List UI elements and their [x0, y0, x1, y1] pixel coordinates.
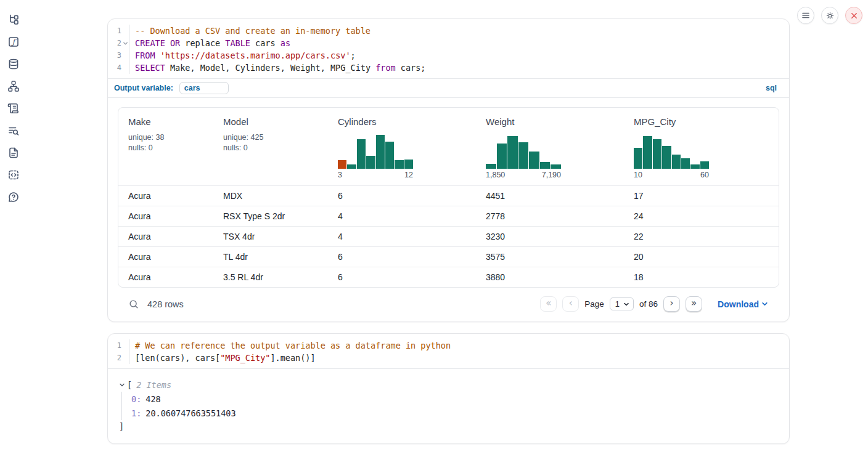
table-row[interactable]: AcuraMDX6445117 — [118, 185, 779, 206]
line-number: 4 — [108, 62, 130, 74]
table-cell: 6 — [328, 267, 476, 287]
pagination: « ‹ Page 1 of 86 › » Download — [540, 296, 768, 312]
file-explorer-icon[interactable] — [7, 14, 20, 26]
collapse-toggle-icon[interactable] — [119, 382, 127, 388]
column-title: Weight — [486, 116, 614, 127]
table-cell: Acura — [118, 186, 213, 206]
code-line: 2[len(cars), cars["MPG_City"].mean()] — [108, 352, 789, 364]
table-cell: 6 — [328, 247, 476, 267]
code-line: 1-- Download a CSV and create an in-memo… — [108, 25, 789, 37]
code-line: 1# We can reference the output variable … — [108, 339, 789, 352]
documentation-icon[interactable] — [7, 147, 20, 159]
weight-histogram: 1,850 7,190 — [486, 135, 561, 179]
table-cell: 4451 — [476, 186, 624, 206]
column-title: Make — [128, 116, 203, 127]
table-cell: Acura — [118, 267, 213, 287]
column-title: Cylinders — [338, 116, 466, 127]
histogram-bar — [529, 152, 539, 169]
output-variable-label: Output variable: — [114, 84, 173, 92]
hist-min-label: 10 — [634, 171, 642, 179]
histogram-bar — [643, 136, 652, 169]
chevron-down-icon — [761, 301, 768, 307]
table-cell: 3575 — [476, 247, 624, 267]
line-number: 2 — [108, 352, 130, 364]
column-stats: unique: 38 nulls: 0 — [128, 132, 203, 153]
table-cell: MDX — [213, 186, 328, 206]
open-bracket: [ — [127, 380, 132, 390]
datasources-icon[interactable] — [7, 58, 20, 70]
last-page-button[interactable]: » — [686, 296, 702, 312]
search-icon[interactable] — [128, 299, 139, 310]
tree-entry-value: 428 — [145, 394, 160, 404]
shutdown-button[interactable] — [845, 7, 862, 24]
histogram-bar — [681, 158, 690, 169]
page-label: Page — [584, 299, 604, 309]
column-header-cylinders[interactable]: Cylinders 3 12 — [328, 108, 476, 185]
settings-button[interactable] — [821, 7, 838, 24]
window-controls — [797, 7, 862, 24]
table-header: Make unique: 38 nulls: 0 Model unique: 4… — [118, 108, 779, 185]
variables-icon[interactable]: ƒ — [7, 36, 20, 48]
table-cell: TL 4dr — [213, 247, 328, 267]
table-cell: 3230 — [476, 227, 624, 246]
column-title: Model — [223, 116, 318, 127]
table-row[interactable]: AcuraRSX Type S 2dr4277824 — [118, 206, 779, 226]
histogram-bar — [540, 162, 551, 169]
page-select-value: 1 — [615, 299, 620, 309]
table-cell: 20 — [624, 247, 779, 267]
code-line: 2CREATE OR replace TABLE cars as — [108, 37, 789, 49]
code-line: 4SELECT Make, Model, Cylinders, Weight, … — [108, 62, 789, 74]
sql-cell: 1-- Download a CSV and create an in-memo… — [107, 18, 790, 322]
histogram-bar — [395, 160, 403, 169]
histogram-bar — [700, 161, 709, 169]
table-row[interactable]: AcuraTL 4dr6357520 — [118, 246, 779, 267]
first-page-button[interactable]: « — [540, 296, 557, 312]
column-header-model[interactable]: Model unique: 425 nulls: 0 — [213, 108, 328, 185]
logs-scroll-icon[interactable] — [7, 102, 20, 115]
table-cell: 6 — [328, 186, 476, 206]
nulls-stat: nulls: 0 — [128, 143, 203, 153]
table-cell: 3.5 RL 4dr — [213, 267, 328, 287]
line-number: 1 — [108, 25, 130, 37]
line-number: 3 — [108, 49, 130, 62]
tree-entry-key: 1: — [131, 408, 141, 418]
column-header-weight[interactable]: Weight 1,850 7,190 — [476, 108, 624, 185]
unique-stat: unique: 425 — [223, 132, 318, 143]
hist-max-label: 7,190 — [542, 171, 561, 179]
histogram-bar — [486, 164, 496, 169]
column-header-mpg-city[interactable]: MPG_City 10 60 — [624, 108, 779, 185]
histogram-bar — [385, 142, 394, 169]
page-select[interactable]: 1 — [610, 297, 634, 310]
python-editor[interactable]: 1# We can reference the output variable … — [108, 334, 789, 369]
line-number: 2 — [108, 37, 130, 49]
close-icon — [850, 12, 858, 20]
table-body: AcuraMDX6445117AcuraRSX Type S 2dr427782… — [118, 185, 779, 287]
fold-chevron-icon[interactable] — [121, 41, 129, 46]
column-title: MPG_City — [634, 116, 769, 127]
table-cell: RSX Type S 2dr — [213, 206, 328, 226]
prev-page-button[interactable]: ‹ — [562, 296, 579, 312]
output-variable-bar: Output variable: sql — [108, 78, 789, 98]
table-cell: 24 — [624, 206, 779, 226]
tree-entry: 0:428 — [131, 392, 779, 406]
tree-root: [ 2 Items — [119, 378, 779, 392]
table-row[interactable]: AcuraTSX 4dr4323022 — [118, 226, 779, 246]
output-variable-input[interactable] — [179, 82, 229, 94]
next-page-button[interactable]: › — [663, 296, 680, 312]
table-output: Make unique: 38 nulls: 0 Model unique: 4… — [108, 98, 789, 322]
close-bracket: ] — [119, 420, 779, 432]
histogram-bar — [662, 146, 671, 169]
help-icon[interactable] — [7, 191, 20, 203]
search-list-icon[interactable] — [7, 124, 20, 137]
table-cell: 4 — [328, 227, 476, 246]
menu-button[interactable] — [797, 7, 814, 24]
items-count-label: 2 Items — [136, 380, 171, 390]
histogram-bar — [634, 148, 642, 169]
sql-editor[interactable]: 1-- Download a CSV and create an in-memo… — [108, 19, 789, 78]
column-header-make[interactable]: Make unique: 38 nulls: 0 — [118, 108, 213, 185]
notebook: 1-- Download a CSV and create an in-memo… — [107, 18, 790, 444]
dependency-graph-icon[interactable] — [7, 80, 20, 92]
download-button[interactable]: Download — [718, 299, 768, 309]
snippets-icon[interactable] — [7, 169, 20, 181]
table-row[interactable]: Acura3.5 RL 4dr6388018 — [118, 267, 779, 287]
